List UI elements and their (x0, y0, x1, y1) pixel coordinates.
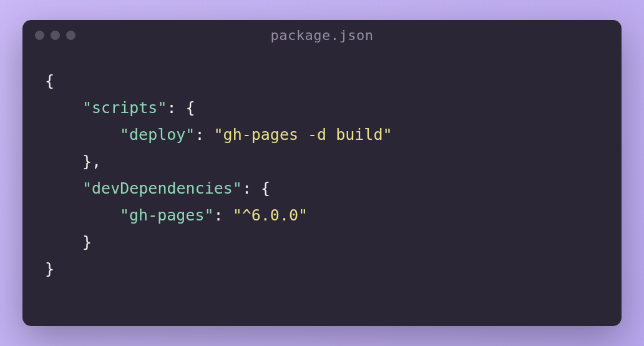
json-key: "deploy" (120, 126, 195, 144)
json-key: "gh-pages" (120, 206, 214, 224)
json-string: "^6.0.0" (233, 206, 308, 224)
brace-close: } (45, 260, 54, 278)
code-editor[interactable]: { "scripts": { "deploy": "gh-pages -d bu… (22, 50, 622, 326)
json-punct: : { (167, 99, 195, 117)
json-key: "devDependencies" (82, 179, 242, 197)
json-punct: } (82, 233, 92, 251)
json-key: "scripts" (82, 99, 167, 117)
code-line: "devDependencies": { (45, 175, 599, 202)
window-title: package.json (35, 27, 609, 43)
code-line: } (45, 255, 599, 282)
json-string: "gh-pages -d build" (214, 126, 393, 144)
code-line: }, (45, 148, 599, 175)
code-line: } (45, 229, 599, 255)
code-line: "gh-pages": "^6.0.0" (45, 202, 599, 229)
json-punct: : (214, 206, 233, 224)
json-punct: : { (242, 179, 270, 197)
minimize-icon[interactable] (51, 31, 60, 40)
traffic-lights (35, 31, 76, 40)
code-line: "deploy": "gh-pages -d build" (45, 121, 599, 148)
editor-window: package.json { "scripts": { "deploy": "g… (22, 20, 622, 326)
code-line: "scripts": { (45, 94, 599, 121)
json-punct: }, (82, 152, 101, 171)
maximize-icon[interactable] (66, 31, 76, 40)
title-bar: package.json (22, 20, 622, 50)
code-line: { (45, 67, 599, 94)
json-punct: : (195, 126, 213, 144)
close-icon[interactable] (35, 31, 44, 40)
brace-open: { (45, 72, 54, 90)
